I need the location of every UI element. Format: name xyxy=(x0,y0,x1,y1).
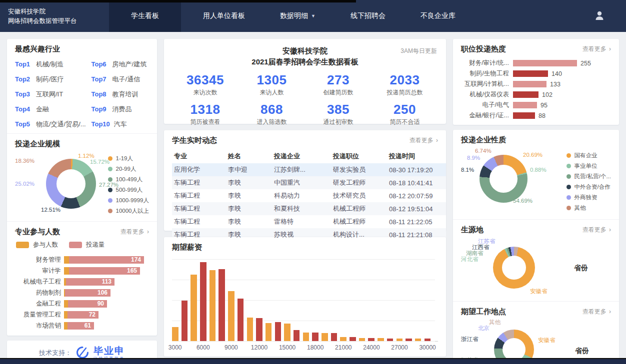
position-heat-more-link[interactable]: 查看更多 › xyxy=(582,45,611,53)
major-participation-more-link[interactable]: 查看更多 › xyxy=(120,228,149,236)
salary-bar xyxy=(275,322,282,341)
salary-card: 期望薪资 30006000900012000150001800021000240… xyxy=(164,237,446,357)
legend-label: 投递量 xyxy=(86,241,105,249)
interest-rank: Top8 xyxy=(92,90,108,98)
tab-employer-board[interactable]: 用人单位看板 xyxy=(190,0,258,32)
tech-support-label: 技术支持： xyxy=(39,349,72,358)
participants-bar-segment xyxy=(64,322,68,330)
tab-offline-fair[interactable]: 线下招聘会 xyxy=(338,0,398,32)
section-work-place: 期望工作地点 查看更多 › 安徽省上海江苏省浙江省北京其他省份 xyxy=(453,301,619,364)
table-column-header: 姓名 xyxy=(226,149,272,163)
salary-bar xyxy=(322,333,328,341)
major-category-label: 财务管理 xyxy=(15,256,61,264)
legend-label: 20-99人 xyxy=(116,165,136,173)
interest-label: 互联网/IT xyxy=(36,90,63,99)
interest-label: 金融 xyxy=(36,105,49,114)
section-company-size: 投递企业规模 1.12%15.72%27.27%12.51%25.02%18.3… xyxy=(7,133,157,221)
donut-slice-label: 8.1% xyxy=(461,167,474,173)
tab-student-board[interactable]: 学生看板 xyxy=(109,0,181,32)
work-place-more-link[interactable]: 查看更多 › xyxy=(582,308,611,316)
axis-name-label: 省份 xyxy=(575,347,589,356)
table-row: 车辆工程李映中国重汽研发工程师08-18 10:41:41 xyxy=(172,176,446,189)
interest-item: Top8教育培训 xyxy=(92,90,149,99)
stat-cell: 868进入筛选数 xyxy=(238,102,305,126)
table-column-header: 投递职位 xyxy=(331,149,387,163)
salary-bar xyxy=(218,269,225,341)
table-cell: 中国重汽 xyxy=(272,176,331,189)
interest-label: 汽车 xyxy=(114,120,127,129)
interest-label: 电子/通信 xyxy=(112,75,140,84)
overview-title-line1: 安徽科技学院 xyxy=(172,45,438,56)
salary-bar xyxy=(387,339,394,341)
stat-cell: 273创建简历数 xyxy=(305,72,372,97)
table-cell: 雷格特 xyxy=(272,215,331,228)
heat-value: 133 xyxy=(550,81,560,88)
salary-bars xyxy=(172,262,434,341)
table-row: 车辆工程李映雷格特机械工程师08-11 21:22:05 xyxy=(172,215,446,228)
interest-label: 消费品 xyxy=(112,105,132,114)
legend-dot xyxy=(566,185,571,189)
heat-bar-row: 财务/审计/统...255 xyxy=(461,58,611,68)
table-cell: 车辆工程 xyxy=(172,176,226,189)
interest-rank: Top7 xyxy=(92,75,108,83)
brand-name: 毕业申 xyxy=(94,346,125,356)
heat-category-label: 互联网/计算机... xyxy=(461,80,509,88)
user-account-button[interactable] xyxy=(592,8,607,23)
salary-bar xyxy=(312,333,318,341)
donut-slice-label: 1.12% xyxy=(78,153,94,159)
legend-item: 500-999人 xyxy=(108,186,150,194)
work-place-title: 期望工作地点 xyxy=(461,307,506,317)
major-participation-title: 专业参与人数 xyxy=(15,227,60,237)
bottom-bar xyxy=(0,358,626,364)
donut-slice-label: 北京 xyxy=(478,325,490,332)
interest-item: Top6房地产/建筑 xyxy=(92,60,149,69)
major-bar-row: 质量管理工程72 xyxy=(15,309,149,320)
salary-title: 期望薪资 xyxy=(172,243,202,252)
table-row: 车辆工程李映和夏科技机械工程师08-12 19:51:04 xyxy=(172,202,446,215)
submissions-bar-segment: 165 xyxy=(69,267,140,275)
table-cell: 08-12 20:07:59 xyxy=(387,189,446,202)
interest-rank: Top10 xyxy=(92,120,110,128)
top-navbar: 安徽科技学院 网络招聘会数据管理平台 学生看板用人单位看板数据明细▼线下招聘会不… xyxy=(0,0,626,32)
salary-bar xyxy=(359,338,366,341)
legend-dot xyxy=(108,198,112,203)
major-participation-bar-chart: 财务管理174审计学165机械电子工程113药物制剂106金融工程90质量管理工… xyxy=(15,254,149,331)
tab-bad-company-db[interactable]: 不良企业库 xyxy=(408,0,468,32)
donut-legend: 1-19人20-99人100-499人500-999人1000-9999人100… xyxy=(108,155,150,218)
tab-data-detail[interactable]: 数据明细▼ xyxy=(267,0,328,32)
stat-label: 进入筛选数 xyxy=(238,118,305,126)
interest-rank: Top6 xyxy=(92,60,108,68)
overview-title: 安徽科技学院 2021届春季招聘会学生数据看板 xyxy=(172,44,438,67)
chevron-right-icon: › xyxy=(609,45,611,52)
major-bar: 106 xyxy=(64,289,110,297)
stat-cell: 385通过初审数 xyxy=(305,102,372,126)
interest-item: Top10汽车 xyxy=(92,120,149,129)
stat-value: 1318 xyxy=(172,102,238,117)
legend-label: 外商独资 xyxy=(574,194,598,201)
stat-value: 1305 xyxy=(238,72,305,88)
table-cell: 08-11 21:22:05 xyxy=(387,215,446,228)
legend-item: 10000人以上 xyxy=(108,207,150,215)
origin-more-link[interactable]: 查看更多 › xyxy=(582,226,611,234)
legend-swatch xyxy=(69,242,82,248)
x-axis-tick-label: 30000 xyxy=(419,344,436,351)
legend-item: 其他 xyxy=(566,204,611,212)
legend-dot xyxy=(566,174,571,179)
chevron-right-icon: › xyxy=(609,308,611,315)
stat-label: 投递简历总数 xyxy=(372,88,438,97)
donut-ring xyxy=(493,247,535,289)
center-column: 安徽科技学院 2021届春季招聘会学生数据看板 3AM每日更新 36345来访次… xyxy=(164,39,446,364)
stat-value: 385 xyxy=(305,102,372,117)
interest-item: Top2制药/医疗 xyxy=(15,75,88,84)
legend-label: 1000-9999人 xyxy=(116,197,150,204)
stat-label: 创建简历数 xyxy=(305,88,372,97)
major-category-label: 市场营销 xyxy=(15,322,61,330)
major-bar: 113 xyxy=(64,278,114,286)
donut-slice-label: 0.88% xyxy=(530,167,546,173)
salary-bar xyxy=(182,301,188,341)
heat-category-label: 财务/审计/统... xyxy=(461,59,509,67)
interest-rank: Top4 xyxy=(15,105,32,113)
table-cell: 08-18 10:41:41 xyxy=(387,176,446,189)
heat-category-label: 金融/银行/证... xyxy=(461,111,509,120)
activity-more-link[interactable]: 查看更多 › xyxy=(410,136,438,145)
